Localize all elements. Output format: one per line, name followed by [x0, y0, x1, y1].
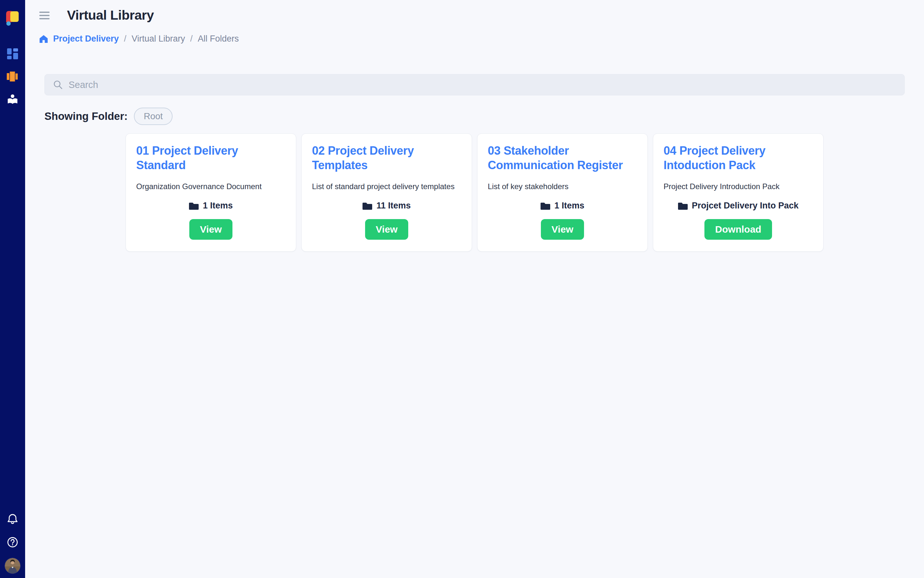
search-icon: [53, 80, 63, 89]
page-title: Virtual Library: [67, 8, 154, 23]
card-description: List of key stakeholders: [488, 182, 637, 191]
breadcrumb-item-virtual-library: Virtual Library: [132, 34, 185, 44]
help-button[interactable]: [0, 537, 25, 548]
folder-card: 03 Stakeholder Communication Register Li…: [477, 133, 648, 252]
breadcrumb-item-all-folders: All Folders: [198, 34, 239, 44]
folder-card: 02 Project Delivery Templates List of st…: [301, 133, 472, 252]
folder-chip-root[interactable]: Root: [134, 107, 172, 125]
card-title[interactable]: 04 Project Delivery Intoduction Pack: [663, 143, 813, 172]
main-content: Virtual Library Project Delivery / Virtu…: [25, 0, 924, 578]
view-button[interactable]: View: [365, 219, 408, 240]
home-icon[interactable]: [39, 35, 48, 43]
folder-icon: [678, 202, 688, 210]
topbar: Virtual Library: [39, 8, 924, 23]
search-input[interactable]: [69, 80, 896, 90]
folder-filter-row: Showing Folder: Root: [44, 107, 924, 125]
sidebar-item-library[interactable]: [0, 71, 25, 81]
sidebar-item-dashboard[interactable]: [0, 48, 25, 59]
breadcrumb-separator: /: [124, 34, 126, 44]
folder-icon: [189, 202, 199, 210]
showing-folder-label: Showing Folder:: [44, 110, 128, 122]
app-logo-icon[interactable]: [6, 11, 19, 27]
sidebar-item-virtual-library[interactable]: [0, 94, 25, 105]
download-button[interactable]: Download: [704, 219, 772, 240]
card-items-count: 1 Items: [189, 201, 233, 211]
notifications-button[interactable]: [0, 513, 25, 525]
dashboard-icon: [7, 48, 18, 59]
breadcrumb-item-project-delivery[interactable]: Project Delivery: [53, 34, 119, 44]
card-title[interactable]: 01 Project Delivery Standard: [136, 143, 286, 172]
card-items-count: Projcet Delivery Into Pack: [678, 201, 799, 211]
question-circle-icon: [7, 537, 18, 548]
card-description: List of standard project delivery templa…: [312, 182, 461, 191]
menu-toggle-button[interactable]: [39, 11, 50, 19]
card-title[interactable]: 02 Project Delivery Templates: [312, 143, 461, 172]
hamburger-icon: [39, 11, 50, 13]
card-description: Organization Governance Document: [136, 182, 286, 191]
folder-card: 01 Project Delivery Standard Organizatio…: [126, 133, 296, 252]
card-items-count: 1 Items: [540, 201, 584, 211]
breadcrumb: Project Delivery / Virtual Library / All…: [39, 34, 924, 44]
card-description: Project Delivery Introduction Pack: [663, 182, 813, 191]
folder-cards-grid: 01 Project Delivery Standard Organizatio…: [126, 133, 824, 252]
breadcrumb-separator: /: [190, 34, 193, 44]
folder-icon: [540, 202, 550, 210]
sidebar: [0, 0, 25, 578]
user-avatar[interactable]: [5, 558, 20, 573]
view-button[interactable]: View: [541, 219, 584, 240]
search-bar[interactable]: [44, 74, 905, 95]
bell-icon: [7, 513, 18, 525]
view-button[interactable]: View: [189, 219, 233, 240]
book-reader-icon: [7, 94, 18, 105]
card-title[interactable]: 03 Stakeholder Communication Register: [488, 143, 637, 172]
folder-icon: [362, 202, 372, 210]
folder-card: 04 Project Delivery Intoduction Pack Pro…: [653, 133, 824, 252]
library-books-icon: [7, 71, 18, 81]
card-items-count: 11 Items: [362, 201, 411, 211]
